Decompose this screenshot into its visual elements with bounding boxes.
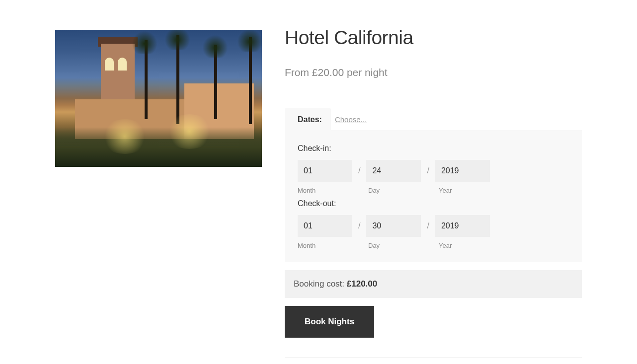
- tab-dates-label: Dates:: [298, 115, 322, 124]
- month-sublabel: Month: [298, 242, 352, 249]
- decorative-shape: [130, 30, 159, 54]
- checkout-label: Check-out:: [298, 199, 569, 208]
- cost-value: £120.00: [347, 279, 377, 289]
- checkout-sublabels: Month Day Year: [298, 242, 569, 249]
- checkin-label: Check-in:: [298, 144, 569, 153]
- checkout-row: / /: [298, 215, 569, 237]
- product-page: Hotel California From £20.00 per night D…: [25, 0, 612, 364]
- day-sublabel: Day: [368, 242, 423, 249]
- decorative-shape: [55, 127, 262, 167]
- checkout-year-input[interactable]: [435, 215, 490, 237]
- cost-label: Booking cost:: [294, 279, 347, 289]
- year-sublabel: Year: [439, 187, 493, 194]
- product-title: Hotel California: [285, 27, 582, 49]
- month-sublabel: Month: [298, 187, 352, 194]
- cost-bar: Booking cost: £120.00: [285, 270, 582, 298]
- tab-row: Dates: Choose...: [285, 108, 582, 130]
- day-sublabel: Day: [368, 187, 423, 194]
- price-line: From £20.00 per night: [285, 67, 582, 78]
- product-image[interactable]: [55, 30, 262, 167]
- decorative-shape: [118, 58, 127, 71]
- date-separator: /: [427, 166, 429, 175]
- book-button[interactable]: Book Nights: [285, 306, 374, 338]
- decorative-shape: [200, 33, 230, 58]
- divider: [285, 358, 582, 358]
- tab-dates[interactable]: Dates:: [285, 108, 331, 130]
- checkin-day-input[interactable]: [366, 160, 421, 182]
- decorative-shape: [100, 119, 150, 154]
- decorative-shape: [162, 30, 192, 50]
- booking-panel: Check-in: / / Month Day Year Check-out:: [285, 130, 582, 262]
- checkin-month-input[interactable]: [298, 160, 352, 182]
- checkout-day-input[interactable]: [366, 215, 421, 237]
- decorative-shape: [105, 58, 114, 71]
- decorative-shape: [164, 114, 214, 149]
- booking-section: Dates: Choose... Check-in: / / Month Day: [285, 108, 582, 262]
- image-column: [55, 30, 262, 358]
- decorative-shape: [235, 30, 262, 52]
- detail-column: Hotel California From £20.00 per night D…: [285, 30, 582, 358]
- checkin-sublabels: Month Day Year: [298, 187, 569, 194]
- date-separator: /: [427, 221, 429, 230]
- year-sublabel: Year: [439, 242, 493, 249]
- date-separator: /: [358, 221, 360, 230]
- checkin-row: / /: [298, 160, 569, 182]
- checkin-year-input[interactable]: [435, 160, 490, 182]
- choose-link[interactable]: Choose...: [331, 108, 376, 130]
- date-separator: /: [358, 166, 360, 175]
- checkout-month-input[interactable]: [298, 215, 352, 237]
